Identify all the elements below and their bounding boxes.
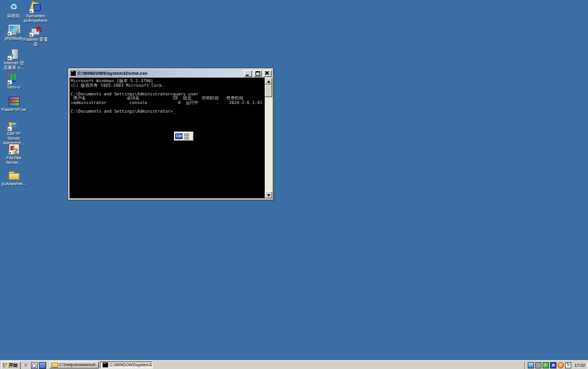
icon-label: Internet 信 息服务 (I... — [0, 61, 28, 70]
desktop-icon-iis[interactable]: Internet 信 息服务 (I... — [0, 48, 28, 70]
icon-label: FileZilla Server... — [0, 156, 28, 165]
window-title: C:\WINDOWS\system32\cmd.exe — [78, 71, 242, 76]
ime-language-bar[interactable]: CH — [174, 132, 194, 141]
cmd-icon — [102, 362, 109, 368]
g6ftp-icon — [8, 119, 20, 130]
pcanywhere-tray-icon[interactable] — [558, 362, 564, 368]
show-desktop-icon[interactable] — [31, 362, 38, 369]
pcanywhere-icon — [30, 1, 41, 13]
green-tray-icon[interactable] — [543, 362, 549, 368]
monitor-tray-icon[interactable] — [535, 362, 541, 368]
filezilla-icon: FZ — [9, 144, 20, 155]
task-button-label: C:\WINDOWS\system32... — [110, 362, 153, 368]
scrollbar-thumb[interactable] — [265, 84, 272, 97]
radmin-tray-icon[interactable]: R — [550, 362, 556, 368]
serv-u-icon — [8, 72, 20, 84]
task-button-cmd[interactable]: C:\WINDOWS\system32... — [100, 362, 153, 368]
taskbar: 开始 e C:\Inetpub\wwwroot\... C:\WINDOWS\s… — [0, 360, 588, 369]
cmd-title-bar[interactable]: C:\WINDOWS\system32\cmd.exe — [69, 70, 272, 77]
windows-flag-icon — [3, 363, 7, 368]
icon-label: Radmin 查看 器 — [22, 37, 49, 47]
radmin-viewer-icon: R — [30, 25, 41, 36]
icon-label: pcAnywher... — [0, 182, 28, 186]
cmd-window: C:\WINDOWS\system32\cmd.exe Microsoft Wi… — [68, 68, 274, 201]
task-button-label: C:\Inetpub\wwwroot\... — [59, 362, 99, 368]
desktop-background[interactable]: ♻ 回收站 Symantec pcAnywhere phpStudy R Rad… — [0, 0, 588, 369]
start-button-label: 开始 — [9, 362, 18, 369]
recycle-bin-icon: ♻ — [8, 1, 20, 13]
folder-icon — [52, 363, 58, 368]
system-tray: R V 17:02 — [524, 362, 587, 369]
desktop-icon-filezilla-server[interactable]: FZ FileZilla Server... — [0, 144, 28, 165]
maximize-button[interactable] — [254, 70, 262, 77]
folder-icon — [8, 169, 20, 180]
icon-label: Serv-U — [0, 85, 28, 90]
quick-launch-folder-icon[interactable] — [39, 362, 46, 369]
close-button[interactable] — [264, 70, 272, 77]
network-tray-icon[interactable] — [528, 362, 534, 368]
desktop-icon-pcanywhere-folder[interactable]: pcAnywher... — [0, 169, 28, 186]
icon-label: FlashFXP.rar — [0, 107, 28, 112]
cmd-icon — [70, 70, 76, 76]
scroll-up-button[interactable] — [265, 78, 272, 84]
desktop-icon-g6ftp-server[interactable]: G6FTP Server Administr... — [0, 119, 28, 145]
scroll-down-button[interactable] — [265, 191, 272, 198]
taskbar-divider — [46, 362, 47, 368]
console-output: Microsoft Windows [版本 5.2.3790] (C) 版权所有… — [69, 78, 272, 114]
ie-icon[interactable]: e — [23, 362, 29, 368]
desktop-icon-symantec-pcanywhere[interactable]: Symantec pcAnywhere — [22, 1, 49, 23]
desktop-icon-radmin-viewer[interactable]: R Radmin 查看 器 — [22, 25, 49, 47]
start-button[interactable]: 开始 — [1, 362, 21, 369]
desktop-icon-serv-u[interactable]: Serv-U — [0, 72, 28, 90]
antivirus-tray-icon[interactable]: V — [565, 362, 571, 368]
ime-language-badge[interactable]: CH — [175, 133, 183, 139]
task-button-inetpub[interactable]: C:\Inetpub\wwwroot\... — [49, 362, 99, 368]
iis-icon — [8, 48, 20, 60]
console-area[interactable]: Microsoft Windows [版本 5.2.3790] (C) 版权所有… — [69, 78, 272, 198]
phpstudy-icon — [8, 24, 20, 35]
taskbar-clock[interactable]: 17:02 — [574, 362, 585, 369]
winrar-archive-icon — [8, 95, 20, 106]
desktop-icon-flashfxp-rar[interactable]: FlashFXP.rar — [0, 95, 28, 112]
vertical-scrollbar[interactable] — [265, 78, 272, 198]
minimize-button[interactable] — [244, 70, 252, 77]
ime-options-icon[interactable] — [184, 133, 189, 140]
icon-label: Symantec pcAnywhere — [22, 14, 49, 23]
